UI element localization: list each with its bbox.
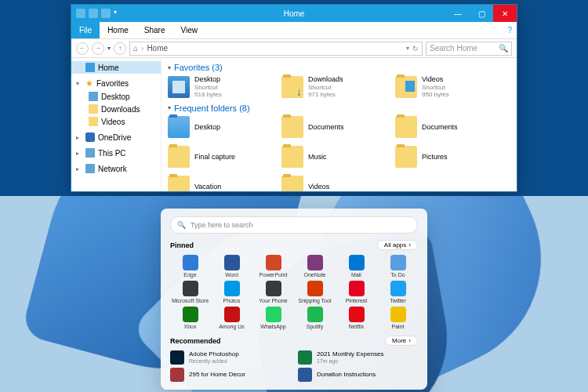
app-icon bbox=[390, 255, 406, 270]
frequent-folder[interactable]: Documents bbox=[395, 116, 501, 138]
chevron-right-icon: › bbox=[408, 241, 411, 249]
minimize-button[interactable]: — bbox=[446, 5, 470, 22]
folder-icon bbox=[395, 146, 417, 168]
app-icon bbox=[349, 281, 365, 296]
favorite-item[interactable]: Downloads Shortcut 971 bytes bbox=[281, 75, 387, 99]
help-icon[interactable]: ? bbox=[507, 26, 517, 34]
chevron-down-icon[interactable]: ▾ bbox=[107, 45, 111, 52]
pinned-app[interactable]: WhatsApp bbox=[253, 307, 293, 329]
chevron-down-icon[interactable]: ▾ bbox=[114, 9, 117, 18]
folder-icon[interactable] bbox=[76, 9, 85, 18]
nav-favorites[interactable]: ▾★Favorites bbox=[71, 77, 161, 90]
pinned-app[interactable]: Pinterest bbox=[336, 281, 376, 303]
recommended-item[interactable]: 2021 Monthly Expenses 17m ago bbox=[298, 350, 418, 365]
favorites-header[interactable]: ▾Favorites (3) bbox=[168, 63, 510, 72]
frequent-folder[interactable]: Desktop bbox=[168, 116, 274, 138]
app-icon bbox=[349, 255, 365, 270]
refresh-icon[interactable]: ↻ bbox=[412, 45, 419, 53]
pinned-app[interactable]: OneNote bbox=[295, 255, 335, 278]
nav-onedrive[interactable]: ▸OneDrive bbox=[71, 131, 161, 143]
pinned-app[interactable]: Edge bbox=[170, 255, 210, 278]
frequent-folder[interactable]: Vacation bbox=[168, 176, 274, 191]
frequent-header[interactable]: ▾Frequent folders (8) bbox=[168, 103, 510, 113]
pinned-app[interactable]: Netflix bbox=[336, 307, 376, 329]
pinned-app[interactable]: Photos bbox=[212, 281, 252, 303]
nav-videos[interactable]: Videos bbox=[71, 115, 161, 128]
nav-network[interactable]: ▸Network bbox=[71, 162, 161, 175]
qat-icon[interactable] bbox=[89, 9, 98, 18]
app-icon bbox=[349, 307, 365, 322]
frequent-folder[interactable]: Videos bbox=[281, 176, 387, 191]
tab-home[interactable]: Home bbox=[100, 22, 136, 38]
window-title: Home bbox=[284, 9, 305, 18]
frequent-folder[interactable]: Pictures bbox=[395, 146, 501, 168]
frequent-folder[interactable]: Documents bbox=[281, 116, 387, 138]
recommended-item[interactable]: Adobe Photoshop Recently added bbox=[170, 350, 290, 365]
recommended-item[interactable]: Donation Instructions bbox=[298, 368, 418, 382]
win11-desktop-bg: 🔍 Type here to search Pinned All apps› E… bbox=[0, 196, 588, 392]
chevron-down-icon[interactable]: ▾ bbox=[406, 45, 409, 52]
maximize-button[interactable]: ▢ bbox=[470, 5, 493, 22]
frequent-folder[interactable]: Music bbox=[281, 146, 387, 168]
pinned-app[interactable]: Spotify bbox=[295, 307, 335, 329]
tab-share[interactable]: Share bbox=[136, 22, 173, 38]
app-icon bbox=[307, 307, 323, 322]
rec-sub: 17m ago bbox=[317, 358, 383, 365]
pinned-app[interactable]: To Do bbox=[378, 255, 418, 278]
favorite-item[interactable]: Desktop Shortcut 518 bytes bbox=[168, 75, 274, 99]
desktop-icon bbox=[89, 92, 98, 101]
all-apps-button[interactable]: All apps› bbox=[377, 240, 418, 250]
nav-home[interactable]: Home bbox=[71, 61, 161, 74]
pinned-app[interactable]: Microsoft Store bbox=[170, 281, 210, 303]
pinned-app[interactable]: Twitter bbox=[378, 281, 418, 303]
search-placeholder: Search Home bbox=[430, 44, 477, 53]
app-label: Edge bbox=[183, 272, 196, 278]
pinned-app[interactable]: Paint bbox=[378, 307, 418, 329]
qat-icon[interactable] bbox=[101, 9, 111, 18]
nav-thispc[interactable]: ▸This PC bbox=[71, 147, 161, 159]
more-button[interactable]: More› bbox=[385, 336, 418, 346]
pinned-app[interactable]: Your Phone bbox=[253, 281, 293, 303]
pinned-app[interactable]: Mail bbox=[336, 255, 376, 278]
app-label: OneNote bbox=[303, 272, 325, 278]
breadcrumb[interactable]: ⌂ › Home ▾ ↻ bbox=[129, 42, 423, 56]
rec-name: Donation Instructions bbox=[317, 372, 376, 379]
titlebar[interactable]: ▾ Home — ▢ ✕ bbox=[71, 5, 517, 22]
back-button[interactable]: ← bbox=[76, 42, 89, 55]
app-label: Paint bbox=[392, 324, 405, 329]
home-icon bbox=[85, 63, 95, 72]
close-button[interactable]: ✕ bbox=[493, 5, 517, 22]
search-icon: 🔍 bbox=[499, 44, 508, 53]
shortcut-icon bbox=[395, 76, 417, 98]
rec-sub: Recently added bbox=[189, 358, 239, 365]
forward-button[interactable]: → bbox=[92, 42, 104, 55]
file-explorer-window: ▾ Home — ▢ ✕ File Home Share View ? ← → … bbox=[71, 4, 517, 192]
pinned-app[interactable]: Among Us bbox=[212, 307, 252, 329]
tab-view[interactable]: View bbox=[173, 22, 206, 38]
favorite-item[interactable]: Videos Shortcut 950 bytes bbox=[395, 75, 501, 99]
nav-desktop[interactable]: Desktop bbox=[71, 90, 161, 103]
app-icon bbox=[266, 255, 281, 270]
pinned-app[interactable]: Word bbox=[212, 255, 252, 278]
network-icon bbox=[85, 164, 95, 173]
nav-downloads[interactable]: Downloads bbox=[71, 103, 161, 115]
app-label: PowerPoint bbox=[260, 272, 288, 278]
folder-icon bbox=[89, 117, 98, 126]
folder-icon bbox=[281, 176, 303, 191]
search-icon: 🔍 bbox=[177, 221, 186, 229]
frequent-folder[interactable]: Final capture bbox=[168, 146, 274, 168]
rec-name: Adobe Photoshop bbox=[189, 351, 239, 358]
pinned-app[interactable]: Xbox bbox=[170, 307, 210, 329]
up-button[interactable]: ↑ bbox=[114, 42, 126, 55]
start-search-input[interactable]: 🔍 Type here to search bbox=[170, 216, 418, 234]
app-icon bbox=[224, 307, 240, 322]
tab-file[interactable]: File bbox=[71, 22, 100, 38]
recommended-item[interactable]: 295 for Home Decor bbox=[170, 368, 290, 382]
app-label: Spotify bbox=[307, 324, 323, 329]
pinned-label: Pinned bbox=[170, 241, 194, 249]
pinned-app[interactable]: PowerPoint bbox=[253, 255, 293, 278]
app-label: Pinterest bbox=[346, 298, 368, 303]
app-icon bbox=[307, 281, 323, 296]
search-input[interactable]: Search Home 🔍 bbox=[426, 42, 512, 56]
pinned-app[interactable]: Snipping Tool bbox=[295, 281, 335, 303]
